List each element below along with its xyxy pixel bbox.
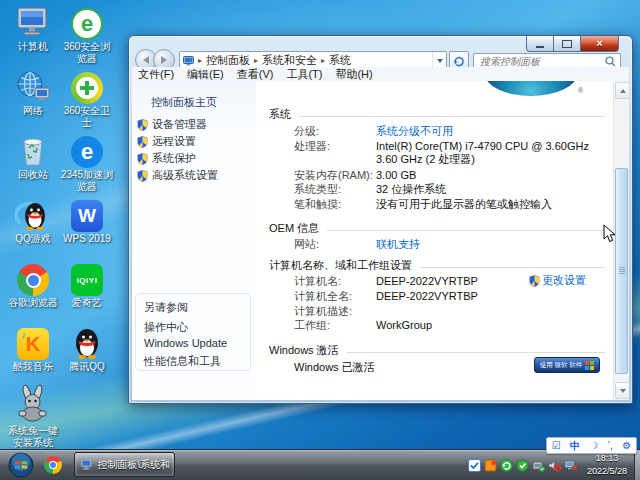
registered-trademark: ® bbox=[578, 87, 583, 94]
recycle-bin-icon bbox=[6, 132, 60, 168]
taskbar-clock[interactable]: 18:13 2022/5/28 bbox=[581, 452, 633, 478]
info-row-description: 计算机描述: bbox=[294, 305, 612, 318]
menu-help[interactable]: 帮助(H) bbox=[335, 67, 372, 82]
desktop-icon-2345-browser[interactable]: e 2345加速浏览器 bbox=[60, 132, 114, 193]
desktop-icon-label: 360安全浏览器 bbox=[60, 41, 114, 65]
desktop-icon-label: 网络 bbox=[6, 105, 60, 117]
mouse-cursor bbox=[603, 224, 616, 247]
sidebar-item-control-panel-home[interactable]: 控制面板主页 bbox=[151, 95, 217, 110]
desktop-icon-system-rabbit[interactable]: 系统兔一键安装系统 bbox=[6, 388, 60, 449]
rating-link[interactable]: 系统分级不可用 bbox=[376, 125, 612, 138]
ime-keyboard-icon[interactable]: ☑ bbox=[552, 439, 561, 452]
desktop-icon-wps[interactable]: W WPS 2019 bbox=[60, 196, 114, 245]
uac-shield-icon bbox=[529, 275, 540, 287]
taskbar-chrome-button[interactable] bbox=[44, 456, 62, 474]
change-settings-link[interactable]: 更改设置 bbox=[529, 273, 586, 288]
info-row-full-name: 计算机全名:DEEP-2022VYRTBP bbox=[294, 290, 612, 303]
windows-start-icon bbox=[8, 452, 34, 478]
kuwo-music-icon: K♪ bbox=[6, 324, 60, 360]
tray-update-icon[interactable] bbox=[500, 459, 513, 472]
tray-safety-check-icon[interactable] bbox=[468, 459, 481, 472]
row-value: 32 位操作系统 bbox=[376, 183, 612, 196]
taskbar: 控制面板\系统和... 18:13 2022/5/28 bbox=[0, 449, 640, 480]
arrow-down-icon bbox=[620, 389, 626, 393]
system-location-icon bbox=[183, 56, 194, 66]
task-button-label: 控制面板\系统和... bbox=[97, 458, 169, 472]
start-button[interactable] bbox=[8, 452, 34, 478]
thumb-grip bbox=[619, 267, 625, 274]
row-label: 分级: bbox=[294, 125, 376, 138]
arrow-up-icon bbox=[620, 89, 626, 93]
row-value: Intel(R) Core(TM) i7-4790 CPU @ 3.60GHz … bbox=[376, 140, 612, 166]
tray-usb-device-icon[interactable] bbox=[532, 459, 545, 472]
row-label: 网站: bbox=[294, 238, 376, 251]
desktop-icon-label: 酷我音乐 bbox=[6, 361, 60, 373]
ime-settings-gear-icon[interactable]: ⚙ bbox=[622, 439, 631, 452]
close-button[interactable]: × bbox=[581, 36, 619, 52]
desktop-icon-chrome[interactable]: 谷歌浏览器 bbox=[6, 260, 60, 309]
tray-shield-icon[interactable] bbox=[516, 459, 529, 472]
info-row-rating: 分级:系统分级不可用 bbox=[294, 125, 612, 138]
menu-view[interactable]: 查看(V) bbox=[237, 67, 274, 82]
info-row-ram: 安装内存(RAM):3.00 GB bbox=[294, 169, 612, 182]
breadcrumb-separator-icon: ▸ bbox=[194, 56, 206, 65]
desktop-icon-qq[interactable]: 腾讯QQ bbox=[60, 324, 114, 373]
ime-language-bar: ☑ 中 ☽ ’, ⚙ bbox=[546, 437, 637, 454]
tray-volume-muted-icon[interactable] bbox=[548, 459, 561, 472]
desktop-icon-label: 360安全卫士 bbox=[60, 105, 114, 129]
online-support-link[interactable]: 联机支持 bbox=[376, 238, 612, 251]
menu-edit[interactable]: 编辑(E) bbox=[187, 67, 224, 82]
maximize-button[interactable] bbox=[554, 36, 581, 52]
row-label: 计算机全名: bbox=[294, 290, 376, 303]
section-header-computer-name: 计算机名称、域和工作组设置 bbox=[269, 258, 605, 273]
scroll-down-button[interactable] bbox=[615, 382, 629, 399]
scrollbar-thumb[interactable] bbox=[615, 168, 628, 374]
genuine-badge-label: 使用 微软 软件 bbox=[540, 361, 583, 370]
minimize-icon bbox=[536, 46, 544, 48]
desktop-icon-recycle-bin[interactable]: 回收站 bbox=[6, 132, 60, 181]
desktop-icon-qq-game[interactable]: QQ游戏 bbox=[6, 196, 60, 245]
sidebar-item-advanced-settings[interactable]: 高级系统设置 bbox=[137, 168, 218, 183]
menu-tools[interactable]: 工具(T) bbox=[286, 67, 322, 82]
desktop-icon-kuwo[interactable]: K♪ 酷我音乐 bbox=[6, 324, 60, 373]
section-rule bbox=[299, 116, 605, 117]
uac-shield-icon bbox=[137, 136, 148, 148]
ime-fullwidth-icon[interactable]: ☽ bbox=[589, 439, 598, 452]
scroll-up-button[interactable] bbox=[615, 82, 629, 99]
sidebar-item-remote-settings[interactable]: 远程设置 bbox=[137, 134, 196, 149]
info-row-website: 网站:联机支持 bbox=[294, 238, 612, 251]
sidebar-item-action-center[interactable]: 操作中心 bbox=[144, 320, 188, 335]
menu-file[interactable]: 文件(F) bbox=[138, 67, 174, 82]
chevron-down-icon bbox=[437, 59, 443, 63]
row-value: DEEP-2022VYRTBP bbox=[376, 290, 612, 303]
ime-punctuation-icon[interactable]: ’, bbox=[608, 439, 613, 452]
show-desktop-button[interactable] bbox=[634, 450, 640, 480]
desktop-icon-network[interactable]: 网络 bbox=[6, 68, 60, 117]
sidebar-item-system-protection[interactable]: 系统保护 bbox=[137, 151, 196, 166]
taskbar-active-window-button[interactable]: 控制面板\系统和... bbox=[74, 452, 175, 477]
ime-language-indicator[interactable]: 中 bbox=[570, 439, 580, 452]
desktop-icon-iqiyi[interactable]: iQIYI 爱奇艺 bbox=[60, 260, 114, 309]
desktop-icon-360-guard[interactable]: 360安全卫士 bbox=[60, 68, 114, 129]
windows-logo-orb bbox=[485, 81, 577, 96]
desktop-icon-computer[interactable]: 计算机 bbox=[6, 4, 60, 53]
computer-icon bbox=[80, 458, 93, 472]
sidebar-item-windows-update[interactable]: Windows Update bbox=[144, 337, 227, 349]
sidebar-item-performance-tools[interactable]: 性能信息和工具 bbox=[144, 354, 221, 369]
qq-game-icon bbox=[6, 196, 60, 232]
info-row-system-type: 系统类型:32 位操作系统 bbox=[294, 183, 612, 196]
system-tray bbox=[468, 459, 578, 472]
genuine-software-badge[interactable]: 使用 微软 软件 bbox=[534, 357, 600, 373]
row-value: 3.00 GB bbox=[376, 169, 612, 182]
tray-orange-app-icon[interactable] bbox=[484, 459, 497, 472]
section-rule bbox=[327, 230, 605, 231]
forward-icon bbox=[161, 56, 167, 64]
sidebar-item-device-manager[interactable]: 设备管理器 bbox=[137, 117, 207, 132]
activation-status: Windows 已激活 bbox=[294, 361, 375, 374]
clock-date: 2022/5/28 bbox=[581, 465, 633, 478]
info-row-workgroup: 工作组:WorkGroup bbox=[294, 319, 612, 332]
qq-icon bbox=[60, 324, 114, 360]
tray-network-error-icon[interactable] bbox=[564, 459, 578, 472]
minimize-button[interactable] bbox=[526, 36, 554, 52]
desktop-icon-360-browser[interactable]: e 360安全浏览器 bbox=[60, 4, 114, 65]
